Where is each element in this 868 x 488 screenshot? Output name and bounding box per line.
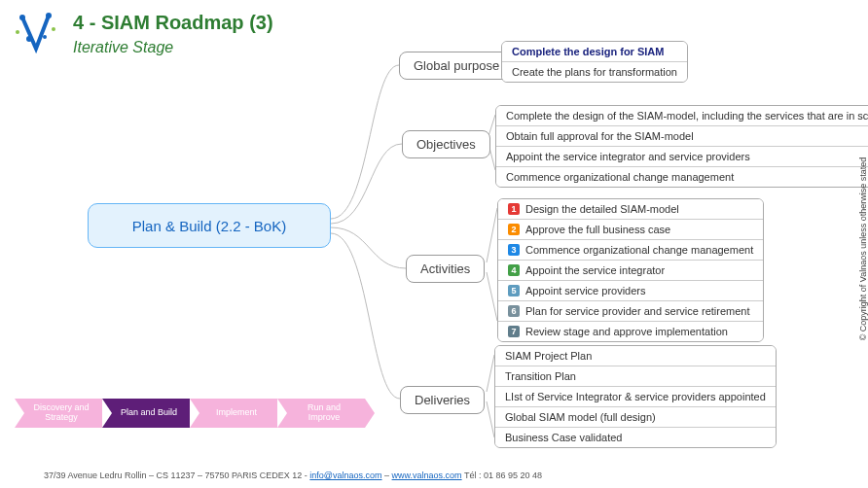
- stage-chevron: Implement: [190, 399, 277, 428]
- leaf-label: Create the plans for transformation: [512, 66, 677, 78]
- leaf-item: Appoint the service integrator and servi…: [496, 147, 868, 167]
- stage-chevron: Plan and Build: [102, 399, 190, 428]
- footer-address: 37/39 Avenue Ledru Rollin – CS 11237 – 7…: [44, 471, 309, 480]
- leaf-item: Commence organizational change managemen…: [496, 167, 868, 187]
- leaf-label: Business Case validated: [505, 432, 622, 443]
- footer-tel: Tél : 01 86 95 20 48: [464, 471, 542, 480]
- leaf-label: Complete the design of the SIAM-model, i…: [506, 110, 868, 122]
- leaf-item: 7Review stage and approve implementation: [498, 322, 763, 341]
- leaf-item: 1Design the detailed SIAM-model: [498, 199, 763, 220]
- leaf-label: Appoint the service integrator: [525, 264, 665, 276]
- objectives-list: Complete the design of the SIAM-model, i…: [495, 105, 868, 188]
- logo: [10, 8, 63, 56]
- leaf-item: Complete the design of the SIAM-model, i…: [496, 106, 868, 126]
- leaf-item: Business Case validated: [495, 428, 776, 447]
- number-badge: 4: [508, 264, 520, 276]
- svg-point-3: [52, 27, 55, 31]
- branch-objectives: Objectives: [402, 130, 490, 158]
- footer-email[interactable]: info@valnaos.com: [309, 471, 381, 480]
- leaf-label: Review stage and approve implementation: [525, 326, 728, 337]
- leaf-label: Commence organizational change managemen…: [525, 244, 753, 256]
- leaf-item: Transition Plan: [495, 366, 776, 387]
- leaf-item: Create the plans for transformation: [502, 62, 687, 82]
- leaf-label: Global SIAM model (full design): [505, 411, 656, 423]
- leaf-item: SIAM Project Plan: [495, 346, 776, 366]
- leaf-label: Plan for service provider and service re…: [525, 305, 749, 317]
- stage-chevron: Run and Improve: [277, 399, 365, 428]
- leaf-item: Obtain full approval for the SIAM-model: [496, 126, 868, 147]
- deliveries-list: SIAM Project PlanTransition PlanLIst of …: [494, 345, 777, 448]
- leaf-label: Design the detailed SIAM-model: [525, 203, 679, 215]
- branch-deliveries: Deliveries: [400, 386, 485, 414]
- leaf-label: Obtain full approval for the SIAM-model: [506, 130, 694, 142]
- leaf-item: 4Appoint the service integrator: [498, 261, 763, 281]
- svg-point-5: [43, 35, 47, 39]
- footer-sep: –: [384, 471, 392, 480]
- leaf-item: 6Plan for service provider and service r…: [498, 301, 763, 322]
- number-badge: 2: [508, 224, 520, 235]
- leaf-label: Transition Plan: [505, 370, 576, 382]
- root-node: Plan & Build (2.2 - BoK): [88, 203, 331, 248]
- number-badge: 5: [508, 285, 520, 296]
- leaf-item: 2Approve the full business case: [498, 220, 763, 240]
- leaf-label: Appoint service providers: [525, 285, 646, 296]
- footer-web[interactable]: www.valnaos.com: [392, 471, 462, 480]
- page-title: 4 - SIAM Roadmap (3): [73, 12, 273, 34]
- leaf-item: LIst of Service Integrator & service pro…: [495, 387, 776, 407]
- activities-list: 1Design the detailed SIAM-model2Approve …: [497, 198, 764, 342]
- footer: 37/39 Avenue Ledru Rollin – CS 11237 – 7…: [44, 471, 542, 480]
- stage-chevron: Discovery and Strategy: [15, 399, 102, 428]
- leaf-item: Complete the design for SIAM: [502, 42, 687, 62]
- stage-chevrons: Discovery and StrategyPlan and BuildImpl…: [15, 399, 365, 428]
- leaf-label: Appoint the service integrator and servi…: [506, 151, 750, 162]
- number-badge: 7: [508, 326, 520, 337]
- leaf-item: Global SIAM model (full design): [495, 407, 776, 428]
- leaf-label: Complete the design for SIAM: [512, 46, 664, 57]
- number-badge: 1: [508, 203, 520, 215]
- branch-global-purpose: Global purpose: [399, 52, 514, 80]
- svg-point-2: [16, 30, 19, 34]
- leaf-label: Approve the full business case: [525, 224, 670, 235]
- number-badge: 6: [508, 305, 520, 317]
- leaf-label: LIst of Service Integrator & service pro…: [505, 391, 766, 402]
- global-purpose-list: Complete the design for SIAMCreate the p…: [501, 41, 688, 83]
- leaf-item: 5Appoint service providers: [498, 281, 763, 301]
- copyright: © Copyright of Valnaos unless otherwise …: [858, 157, 868, 341]
- leaf-label: SIAM Project Plan: [505, 350, 592, 362]
- number-badge: 3: [508, 244, 520, 256]
- leaf-item: 3Commence organizational change manageme…: [498, 240, 763, 261]
- branch-activities: Activities: [406, 255, 485, 283]
- leaf-label: Commence organizational change managemen…: [506, 171, 734, 183]
- page-subtitle: Iterative Stage: [73, 39, 173, 56]
